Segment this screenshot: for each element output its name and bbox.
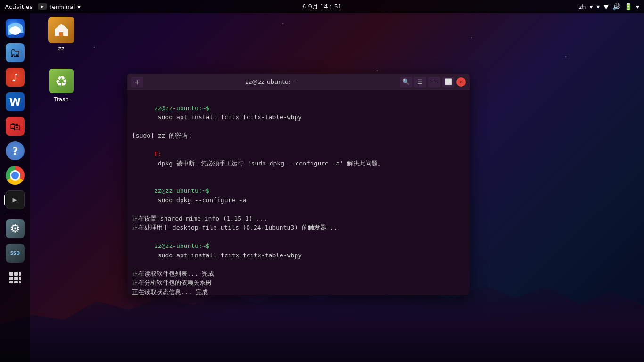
- terminal-line-7: zz@zz-ubuntu:~$ sudo apt install fcitx f…: [132, 232, 465, 269]
- terminal-topbar-icon: ▶: [38, 3, 47, 10]
- terminal-line-3: E: dpkg 被中断，您必须手工运行 'sudo dpkg --configu…: [132, 140, 465, 177]
- battery-icon: 🔋: [624, 3, 632, 10]
- svg-rect-2: [19, 272, 21, 276]
- settings-icon: [6, 219, 25, 238]
- dock-item-thunderbird[interactable]: [4, 17, 26, 40]
- dock-item-appstore[interactable]: [4, 115, 26, 138]
- dock-item-chrome[interactable]: [4, 164, 26, 187]
- home-folder-icon: [48, 17, 74, 43]
- trash-icon-label: Trash: [54, 96, 69, 103]
- terminal-line-10: 正在读取状态信息... 完成: [132, 288, 465, 296]
- terminal-line-1: zz@zz-ubuntu:~$ sudo apt install fcitx f…: [132, 94, 465, 131]
- volume-icon: 🔊: [612, 3, 620, 10]
- power-arrow: ▾: [636, 3, 639, 10]
- dock-item-help[interactable]: [4, 140, 26, 162]
- maximize-button[interactable]: ⬜: [442, 77, 454, 87]
- lang-selector[interactable]: zh: [579, 3, 586, 10]
- terminal-line-2: [sudo] zz 的密码：: [132, 131, 465, 140]
- help-icon: [6, 141, 25, 160]
- active-indicator: [4, 195, 5, 205]
- terminal-titlebar: + zz@zz-ubuntu: ~ 🔍 ☰ — ⬜ ✕: [127, 74, 470, 90]
- topbar: Activities ▶ Terminal ▾ 6 9月 14：51 zh ▾ …: [0, 0, 644, 13]
- thunderbird-icon: [6, 19, 25, 38]
- terminal-dock-icon: [6, 190, 25, 209]
- wifi-icon: ▾: [596, 3, 600, 10]
- datetime-display: 6 9月 14：51: [302, 2, 342, 11]
- dock-item-settings[interactable]: [4, 217, 26, 240]
- dock-item-rhythmbox[interactable]: [4, 66, 26, 89]
- dock-item-writer[interactable]: [4, 90, 26, 113]
- terminal-line-4: zz@zz-ubuntu:~$ sudo dpkg --configure -a: [132, 177, 465, 214]
- svg-rect-1: [14, 272, 18, 276]
- desktop-icon-home[interactable]: zz: [42, 17, 80, 52]
- appstore-icon: [6, 117, 25, 136]
- svg-rect-6: [9, 281, 13, 283]
- rhythmbox-icon: [6, 68, 25, 87]
- terminal-line-8: 正在读取软件包列表... 完成: [132, 269, 465, 279]
- new-tab-button[interactable]: +: [131, 77, 143, 87]
- grid-icon: [6, 268, 25, 287]
- terminal-line-5: 正在设置 shared-mime-info (1.15-1) ...: [132, 214, 465, 223]
- svg-rect-5: [19, 277, 21, 280]
- terminal-window: + zz@zz-ubuntu: ~ 🔍 ☰ — ⬜ ✕ zz@zz-ubuntu…: [127, 74, 470, 295]
- desktop-icon-trash[interactable]: Trash: [42, 68, 80, 103]
- svg-rect-9: [59, 32, 63, 36]
- activities-button[interactable]: Activities: [5, 3, 33, 10]
- dock-item-files[interactable]: 🗂: [4, 41, 26, 64]
- menu-button[interactable]: ☰: [414, 77, 426, 87]
- home-icon-label: zz: [58, 45, 65, 52]
- dock-item-grid[interactable]: [4, 266, 26, 289]
- trash-icon: [49, 69, 74, 93]
- search-button[interactable]: 🔍: [400, 77, 412, 87]
- files-icon: 🗂: [6, 43, 25, 62]
- terminal-title: zz@zz-ubuntu: ~: [146, 78, 397, 85]
- terminal-topbar-label: Terminal: [49, 3, 75, 10]
- close-button[interactable]: ✕: [456, 77, 466, 87]
- terminal-indicator[interactable]: ▶ Terminal ▾: [38, 3, 80, 10]
- terminal-content[interactable]: zz@zz-ubuntu:~$ sudo apt install fcitx f…: [127, 90, 470, 295]
- writer-icon: [6, 92, 25, 111]
- terminal-line-6: 正在处理用于 desktop-file-utils (0.24-1ubuntu3…: [132, 223, 465, 232]
- svg-rect-3: [9, 277, 13, 280]
- chrome-icon: [6, 166, 25, 185]
- svg-rect-8: [19, 281, 21, 283]
- minimize-button[interactable]: —: [428, 77, 440, 87]
- application-dock: 🗂 SSD: [0, 13, 30, 362]
- svg-rect-4: [14, 277, 18, 280]
- svg-rect-0: [9, 272, 13, 276]
- terminal-controls: 🔍 ☰ — ⬜ ✕: [400, 77, 466, 87]
- terminal-line-9: 正在分析软件包的依赖关系树: [132, 278, 465, 288]
- terminal-dropdown-arrow: ▾: [77, 3, 81, 10]
- ssd-label: SSD: [10, 251, 20, 255]
- dock-item-terminal[interactable]: [4, 189, 26, 211]
- dock-separator: [6, 214, 25, 214]
- lang-arrow: ▾: [590, 3, 593, 10]
- ssd-icon: SSD: [6, 244, 25, 263]
- dock-item-ssd[interactable]: SSD: [4, 242, 26, 264]
- svg-rect-7: [14, 281, 18, 283]
- wifi-signal-icon: ▼: [603, 3, 609, 10]
